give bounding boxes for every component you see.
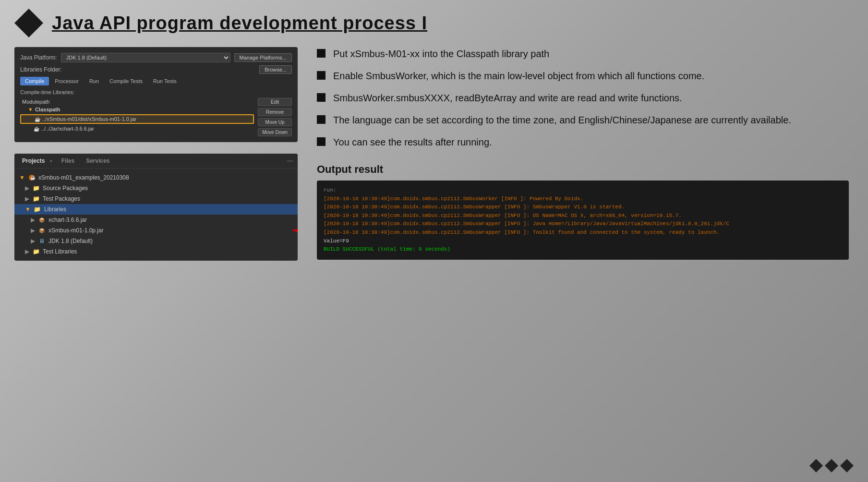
tab-processor[interactable]: Processor [50, 77, 84, 85]
left-column: Java Platform: JDK 1.8 (Default) Manage … [14, 47, 298, 261]
header-diamond-icon [14, 9, 43, 37]
red-arrow-icon [288, 223, 298, 238]
xchart-jar-icon: 📦 [38, 216, 46, 224]
xchart-jar-item[interactable]: ▶ 📦 xchart-3.6.6.jar [14, 215, 298, 225]
classpath-jar1-label: ../xSmbus-m01/dist/xSmbus-m01-1.0.jar [42, 116, 136, 122]
project-root[interactable]: ▼ ☕ xSmbus-m01_examples_20210308 [14, 172, 298, 183]
jdk-item[interactable]: ▶ 🖥 JDK 1.8 (Default) [14, 236, 298, 246]
xsmbus-expand-icon: ▶ [31, 227, 35, 234]
java-platform-select[interactable]: JDK 1.8 (Default) [61, 53, 230, 62]
bullet-text-3: SmbusWorker.smbusXXXX, readByteArray and… [333, 91, 682, 105]
bullet-item-1: Put xSmbus-M01-xx into the Classpath lib… [317, 47, 849, 60]
tab-compile-tests[interactable]: Compile Tests [105, 77, 147, 85]
nav-diamond-1[interactable] [809, 459, 823, 472]
xsmbus-jar-label: xSmbus-m01-1.0p.jar [48, 227, 104, 234]
tab-projects[interactable]: Projects [19, 157, 48, 165]
right-column: Put xSmbus-M01-xx into the Classpath lib… [317, 47, 849, 261]
xsmbus-jar-icon: 📦 [38, 227, 46, 234]
tab-files[interactable]: Files [59, 157, 77, 165]
classpath-jar2[interactable]: ☕ ../../Jar/xchart-3.6.6.jar [20, 125, 254, 133]
source-folder-icon: 📁 [32, 184, 40, 192]
nav-diamond-3[interactable] [840, 459, 854, 472]
bullet-item-4: The language can be set according to the… [317, 113, 849, 127]
output-title: Output result [317, 163, 849, 176]
remove-button[interactable]: Remove [258, 108, 292, 116]
bullet-text-5: You can see the results after running. [333, 135, 492, 149]
bullet-square-3 [317, 93, 326, 102]
term-line-success: BUILD SUCCESSFUL (total time: 0 seconds) [324, 245, 842, 254]
ide-tabs: Compile Processor Run Compile Tests Run … [20, 77, 292, 85]
bullet-item-3: SmbusWorker.smbusXXXX, readByteArray and… [317, 91, 849, 105]
bullet-item-2: Enable SmbusWorker, which is the main lo… [317, 69, 849, 83]
classpath-jar1[interactable]: ☕ ../xSmbus-m01/dist/xSmbus-m01-1.0.jar [20, 114, 254, 124]
jar1-icon: ☕ [35, 117, 40, 122]
bullet-list: Put xSmbus-M01-xx into the Classpath lib… [317, 47, 849, 149]
xchart-expand-icon: ▶ [31, 217, 35, 223]
expand-icon: ▼ [28, 107, 33, 112]
libraries-label: Libraries [44, 206, 66, 213]
edit-button[interactable]: Edit [258, 98, 292, 106]
page-title: Java API program development process I [52, 13, 427, 34]
tab-compile[interactable]: Compile [20, 77, 49, 85]
output-section: Output result run: [2020-10-18 10:30:49]… [317, 163, 849, 260]
term-line-run: run: [324, 186, 842, 195]
classpath-item: ▼ Classpath [20, 106, 254, 113]
header: Java API program development process I [0, 0, 868, 42]
jdk-expand-icon: ▶ [31, 238, 35, 244]
term-line-1: [2020-10-18 10:30:49]com.doidx.smbus.cp2… [324, 195, 842, 204]
minimize-icon[interactable]: — [287, 157, 293, 164]
term-line-2: [2020-10-18 10:30:49]com.doidx.smbus.cp2… [324, 203, 842, 212]
term-line-5: [2020-10-18 10:30:49]com.doidx.smbus.cp2… [324, 229, 842, 237]
move-up-button[interactable]: Move Up [258, 118, 292, 126]
term-line-4: [2020-10-18 10:30:49]com.doidx.smbus.cp2… [324, 220, 842, 229]
browse-button[interactable]: Browse... [259, 65, 292, 74]
bullet-square-1 [317, 49, 326, 58]
modulepath-label: Modulepath [22, 99, 50, 105]
project-header: Projects × Files Services — [14, 154, 298, 169]
move-down-button[interactable]: Move Down [258, 128, 292, 136]
project-icon: ☕ [28, 174, 36, 181]
bullet-square-2 [317, 71, 326, 80]
tab-run-tests[interactable]: Run Tests [148, 77, 181, 85]
manage-platforms-button[interactable]: Manage Platforms... [234, 53, 292, 62]
ide-main-area: Modulepath ▼ Classpath ☕ ../xSmbus-m01/d… [20, 98, 292, 136]
svg-text:☕: ☕ [30, 175, 35, 181]
test-libs-expand-icon: ▶ [25, 248, 29, 255]
libraries-folder-icon: 📁 [34, 205, 41, 213]
bullet-square-5 [317, 137, 326, 146]
ide-tree-area: Modulepath ▼ Classpath ☕ ../xSmbus-m01/d… [20, 98, 254, 136]
monitor-icon: 🖥 [38, 237, 46, 245]
tab-services[interactable]: Services [83, 157, 112, 165]
test-libraries-item[interactable]: ▶ 📁 Test Libraries [14, 246, 298, 257]
libraries-item[interactable]: ▼ 📁 Libraries [14, 204, 298, 215]
java-platform-label: Java Platform: [20, 54, 57, 61]
term-line-3: [2020-10-18 10:30:49]com.doidx.smbus.cp2… [324, 212, 842, 220]
ide-top-panel: Java Platform: JDK 1.8 (Default) Manage … [14, 47, 298, 142]
ide-actions: Edit Remove Move Up Move Down [258, 98, 292, 136]
compile-time-label: Compile-time Libraries: [20, 89, 292, 95]
bullet-text-2: Enable SmbusWorker, which is the main lo… [333, 69, 704, 83]
test-packages-item[interactable]: ▶ 📁 Test Packages [14, 193, 298, 204]
project-panel: Projects × Files Services — ▼ ☕ xSmbus-m… [14, 154, 298, 261]
jar2-icon: ☕ [34, 126, 39, 132]
test-libraries-label: Test Libraries [43, 248, 77, 255]
xchart-jar-label: xchart-3.6.6.jar [48, 217, 87, 223]
tab-run[interactable]: Run [84, 77, 104, 85]
classpath-label: Classpath [35, 107, 60, 112]
projects-close-icon[interactable]: × [49, 158, 52, 164]
source-packages-label: Source Packages [43, 185, 88, 192]
root-expand-icon: ▼ [19, 174, 25, 181]
term-line-value: Value=F9 [324, 237, 842, 246]
project-root-label: xSmbus-m01_examples_20210308 [38, 174, 129, 181]
bullet-text-1: Put xSmbus-M01-xx into the Classpath lib… [333, 47, 549, 60]
xsmbus-jar-item[interactable]: ▶ 📦 xSmbus-m01-1.0p.jar [14, 225, 298, 236]
libs-expand-icon: ▼ [25, 206, 31, 213]
test-packages-label: Test Packages [43, 195, 80, 202]
output-terminal: run: [2020-10-18 10:30:49]com.doidx.smbu… [317, 181, 849, 260]
project-tree: ▼ ☕ xSmbus-m01_examples_20210308 ▶ 📁 Sou… [14, 169, 298, 261]
jdk-label: JDK 1.8 (Default) [48, 238, 93, 244]
nav-diamond-2[interactable] [825, 459, 838, 472]
bullet-square-4 [317, 115, 326, 124]
source-packages-item[interactable]: ▶ 📁 Source Packages [14, 183, 298, 193]
main-content: Java Platform: JDK 1.8 (Default) Manage … [0, 42, 868, 265]
